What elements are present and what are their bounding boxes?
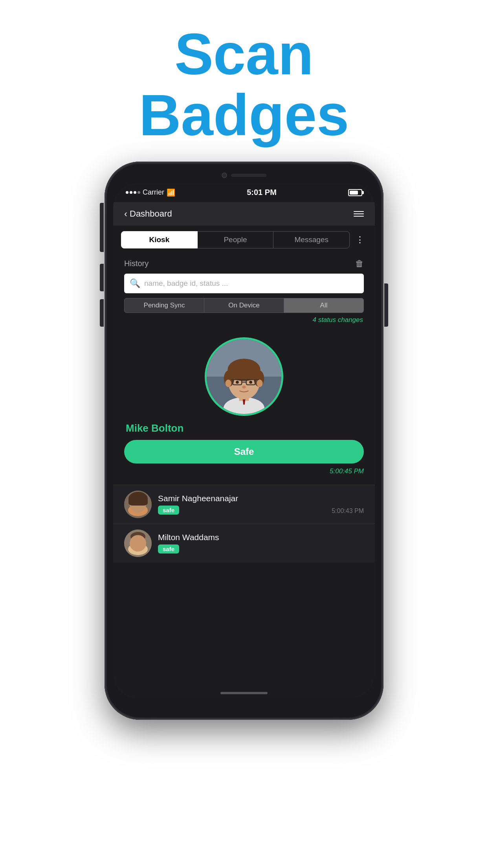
signal-dot-3 <box>134 191 136 194</box>
filter-bar: Pending Sync On Device All <box>124 298 364 313</box>
search-bar[interactable]: 🔍 name, badge id, status ... <box>124 274 364 293</box>
featured-avatar-wrapper <box>205 337 283 416</box>
carrier-label: Carrier <box>143 188 164 197</box>
svg-point-30 <box>128 543 148 555</box>
samir-avatar <box>124 491 152 518</box>
svg-point-34 <box>141 540 145 546</box>
tabs-bar: Kiosk People Messages ⋮ <box>113 226 375 254</box>
nav-title: Dashboard <box>130 209 172 219</box>
featured-time: 5:00:45 PM <box>330 467 364 475</box>
milton-avatar <box>124 530 152 557</box>
status-bar: Carrier 📶 5:01 PM <box>113 183 375 202</box>
hamburger-line-1 <box>354 211 364 212</box>
home-indicator <box>220 692 268 694</box>
signal-bars <box>126 191 140 194</box>
samir-time: 5:00:43 PM <box>332 508 364 515</box>
svg-point-10 <box>257 379 262 387</box>
search-placeholder: name, badge id, status ... <box>144 279 228 288</box>
tab-messages[interactable]: Messages <box>273 231 350 248</box>
speaker-bar <box>231 174 266 177</box>
svg-point-23 <box>130 492 146 503</box>
tab-kiosk[interactable]: Kiosk <box>121 231 198 248</box>
samir-safe-badge: safe <box>158 506 179 515</box>
phone-notch <box>201 169 287 181</box>
clear-history-button[interactable]: 🗑 <box>355 259 364 269</box>
search-icon: 🔍 <box>130 278 140 289</box>
list-item[interactable]: Samir Nagheenanajar safe 5:00:43 PM <box>113 485 375 524</box>
svg-point-28 <box>139 500 142 503</box>
svg-point-14 <box>249 381 252 384</box>
history-header: History 🗑 <box>124 259 364 269</box>
svg-point-22 <box>131 495 145 511</box>
status-count: 4 status changes <box>124 316 364 324</box>
svg-point-31 <box>131 534 145 550</box>
safe-button[interactable]: Safe <box>124 440 364 463</box>
svg-point-26 <box>132 506 143 512</box>
hero-title-line2: Badges <box>0 85 488 145</box>
wifi-icon: 📶 <box>167 188 175 197</box>
nav-back-button[interactable]: ‹ Dashboard <box>124 208 172 219</box>
hamburger-menu-button[interactable] <box>354 211 364 217</box>
svg-point-25 <box>141 501 145 508</box>
featured-person-card: Mike Bolton Safe 5:00:45 PM <box>113 329 375 485</box>
filter-on-device[interactable]: On Device <box>204 298 284 313</box>
svg-rect-36 <box>139 540 143 543</box>
signal-dot-2 <box>130 191 132 194</box>
list-item[interactable]: Milton Waddams safe <box>113 524 375 563</box>
svg-point-33 <box>131 540 135 546</box>
samir-info: Samir Nagheenanajar safe 5:00:43 PM <box>158 494 364 515</box>
status-right <box>348 189 362 196</box>
phone-wrapper: Carrier 📶 5:01 PM ‹ Dashboard <box>0 162 488 720</box>
svg-point-27 <box>134 500 136 503</box>
svg-point-9 <box>226 379 231 387</box>
battery-fill <box>350 191 358 195</box>
hero-title-line1: Scan <box>0 24 488 85</box>
svg-point-39 <box>140 541 142 542</box>
battery-icon <box>348 189 362 196</box>
svg-point-13 <box>236 381 239 384</box>
back-arrow-icon: ‹ <box>124 208 127 219</box>
milton-info: Milton Waddams safe <box>158 533 364 554</box>
camera-dot <box>222 173 227 178</box>
tab-people[interactable]: People <box>198 231 273 248</box>
signal-dot-1 <box>126 191 128 194</box>
svg-point-38 <box>134 541 136 542</box>
svg-point-21 <box>128 504 148 516</box>
signal-dot-4 <box>138 191 140 194</box>
milton-avatar-illustration <box>124 530 152 557</box>
samir-badge-row: safe 5:00:43 PM <box>158 506 364 515</box>
milton-badge-row: safe <box>158 544 364 554</box>
svg-point-24 <box>131 501 135 508</box>
featured-name: Mike Bolton <box>126 422 183 434</box>
svg-rect-35 <box>133 540 137 543</box>
nav-bar: ‹ Dashboard <box>113 202 375 226</box>
svg-point-16 <box>242 386 246 389</box>
filter-all[interactable]: All <box>284 298 364 313</box>
samir-avatar-illustration <box>124 491 152 518</box>
history-label: History <box>124 259 149 268</box>
status-time: 5:01 PM <box>247 188 277 197</box>
phone-device: Carrier 📶 5:01 PM ‹ Dashboard <box>105 162 383 720</box>
phone-screen: Carrier 📶 5:01 PM ‹ Dashboard <box>113 183 375 698</box>
milton-safe-badge: safe <box>158 544 179 554</box>
filter-pending-sync[interactable]: Pending Sync <box>124 298 204 313</box>
hamburger-line-3 <box>354 216 364 217</box>
svg-point-32 <box>130 532 145 541</box>
status-left: Carrier 📶 <box>126 188 175 197</box>
history-section: History 🗑 🔍 name, badge id, status ... P… <box>113 254 375 329</box>
avatar-illustration <box>207 337 281 416</box>
samir-name: Samir Nagheenanajar <box>158 494 364 503</box>
featured-avatar <box>205 337 283 416</box>
hamburger-line-2 <box>354 213 364 214</box>
tabs-more-button[interactable]: ⋮ <box>353 235 367 245</box>
hero-section: Scan Badges <box>0 0 488 158</box>
milton-name: Milton Waddams <box>158 533 364 542</box>
